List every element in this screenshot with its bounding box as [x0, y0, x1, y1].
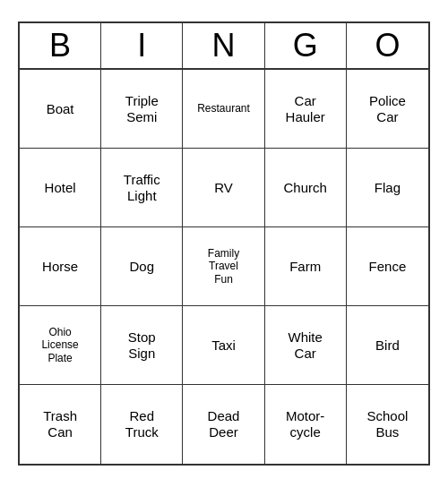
bingo-card: BINGO BoatTriple SemiRestaurantCar Haule…	[18, 21, 430, 466]
cell-label: Red Truck	[125, 408, 159, 440]
bingo-cell[interactable]: Bird	[347, 306, 428, 385]
cell-label: Fence	[369, 259, 407, 275]
cell-label: Motor- cycle	[286, 408, 324, 440]
cell-label: School Bus	[366, 408, 408, 440]
cell-label: Bird	[375, 337, 400, 354]
cell-label: Horse	[42, 259, 78, 275]
bingo-cell[interactable]: Flag	[347, 149, 428, 227]
bingo-cell[interactable]: Trash Can	[20, 385, 101, 464]
bingo-cell[interactable]: Church	[265, 149, 347, 227]
bingo-cell[interactable]: Boat	[20, 70, 101, 149]
cell-label: Traffic Light	[124, 172, 160, 204]
bingo-cell[interactable]: Hotel	[20, 149, 101, 227]
bingo-cell[interactable]: Horse	[20, 227, 101, 306]
cell-label: Trash Can	[43, 408, 77, 440]
bingo-cell[interactable]: Fence	[347, 227, 428, 306]
cell-label: Farm	[289, 259, 321, 275]
cell-label: Police Car	[369, 93, 406, 125]
bingo-cell[interactable]: Car Hauler	[265, 70, 347, 149]
header-letter: O	[347, 23, 428, 68]
cell-label: Stop Sign	[128, 329, 156, 362]
cell-label: Triple Semi	[125, 93, 159, 125]
cell-label: Boat	[47, 101, 74, 117]
bingo-cell[interactable]: Triple Semi	[101, 70, 183, 149]
bingo-cell[interactable]: Family Travel Fun	[183, 227, 264, 306]
bingo-cell[interactable]: Taxi	[183, 306, 264, 385]
bingo-cell[interactable]: Police Car	[347, 70, 428, 149]
bingo-cell[interactable]: Motor- cycle	[265, 385, 347, 464]
bingo-cell[interactable]: Dog	[101, 227, 183, 306]
bingo-cell[interactable]: Farm	[265, 227, 347, 306]
bingo-cell[interactable]: Stop Sign	[101, 306, 183, 385]
bingo-header: BINGO	[20, 23, 428, 70]
bingo-cell[interactable]: Restaurant	[183, 70, 264, 149]
cell-label: Family Travel Fun	[208, 247, 239, 286]
bingo-cell[interactable]: Dead Deer	[183, 385, 264, 464]
cell-label: Dog	[130, 259, 155, 275]
bingo-grid: BoatTriple SemiRestaurantCar HaulerPolic…	[20, 70, 428, 464]
cell-label: Hotel	[45, 180, 76, 196]
cell-label: Taxi	[211, 337, 236, 354]
cell-label: Flag	[375, 180, 401, 196]
cell-label: White Car	[289, 329, 323, 362]
cell-label: Ohio License Plate	[41, 326, 78, 364]
cell-label: RV	[214, 180, 233, 196]
bingo-cell[interactable]: White Car	[265, 306, 347, 385]
cell-label: Dead Deer	[208, 408, 240, 440]
bingo-cell[interactable]: School Bus	[347, 385, 428, 464]
header-letter: B	[20, 23, 101, 68]
bingo-cell[interactable]: Traffic Light	[101, 149, 183, 227]
bingo-cell[interactable]: Ohio License Plate	[20, 306, 101, 385]
cell-label: Car Hauler	[286, 93, 325, 125]
cell-label: Restaurant	[197, 102, 250, 115]
cell-label: Church	[284, 180, 327, 196]
header-letter: I	[101, 23, 183, 68]
bingo-cell[interactable]: RV	[183, 149, 264, 227]
header-letter: N	[183, 23, 264, 68]
bingo-cell[interactable]: Red Truck	[101, 385, 183, 464]
header-letter: G	[265, 23, 347, 68]
